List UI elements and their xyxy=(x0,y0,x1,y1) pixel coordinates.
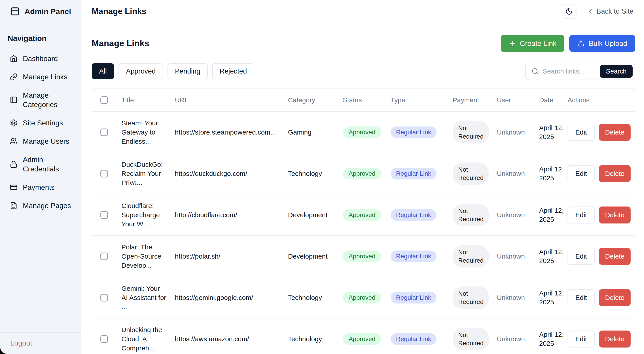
link-type-cell: Regular Link xyxy=(391,194,452,236)
sidebar-item-manage-users[interactable]: Manage Users xyxy=(7,134,75,149)
edit-button[interactable]: Edit xyxy=(568,248,595,265)
sidebar-item-payments[interactable]: Payments xyxy=(7,180,75,195)
status-badge: Approved xyxy=(343,126,381,138)
row-checkbox[interactable] xyxy=(100,128,108,136)
type-badge: Regular Link xyxy=(391,209,436,221)
link-title-cell: DuckDuckGo: Reclaim Your Priva... xyxy=(122,153,175,194)
actions-group: EditDelete xyxy=(568,124,631,141)
link-category-cell: Development xyxy=(288,194,343,236)
edit-button[interactable]: Edit xyxy=(568,124,595,141)
link-url-cell: https://gemini.google.com/ xyxy=(175,277,288,318)
status-badge: Approved xyxy=(343,168,381,179)
row-checkbox[interactable] xyxy=(100,211,108,219)
sidebar-item-label: Dashboard xyxy=(23,54,58,63)
theme-toggle-button[interactable] xyxy=(562,4,576,19)
actions-group: EditDelete xyxy=(568,207,631,224)
row-checkbox-cell xyxy=(92,236,122,277)
table-row: Cloudflare: Supercharge Your W...http://… xyxy=(92,194,635,236)
edit-button[interactable]: Edit xyxy=(568,165,595,182)
filter-approved[interactable]: Approved xyxy=(118,63,163,79)
link-title-cell: Cloudflare: Supercharge Your W... xyxy=(122,194,175,236)
sidebar-item-label: Admin Credentials xyxy=(23,155,72,174)
link-type-cell: Regular Link xyxy=(391,236,452,277)
link-url-cell: https://store.steampowered.com... xyxy=(175,111,288,153)
edit-button[interactable]: Edit xyxy=(568,207,595,224)
actions-group: EditDelete xyxy=(568,248,631,265)
row-checkbox[interactable] xyxy=(100,335,108,343)
sidebar-item-dashboard[interactable]: Dashboard xyxy=(7,51,75,66)
sidebar-item-manage-categories[interactable]: Manage Categories xyxy=(7,88,75,112)
sidebar-item-label: Payments xyxy=(23,183,54,192)
type-badge: Regular Link xyxy=(391,292,436,304)
link-url-cell: https://duckduckgo.com/ xyxy=(175,153,288,194)
lock-icon xyxy=(10,160,18,168)
payment-badge: Not Required xyxy=(452,121,489,143)
link-actions-cell: EditDelete xyxy=(568,111,635,153)
sidebar-item-site-settings[interactable]: Site Settings xyxy=(7,115,75,130)
logout-row: Logout xyxy=(0,332,81,354)
delete-button[interactable]: Delete xyxy=(599,289,631,306)
type-badge: Regular Link xyxy=(391,333,436,345)
status-badge: Approved xyxy=(343,292,381,304)
table-row: DuckDuckGo: Reclaim Your Priva...https:/… xyxy=(92,153,635,194)
link-actions-cell: EditDelete xyxy=(568,153,635,194)
link-date-cell: April 12, 2025 xyxy=(539,111,568,153)
delete-button[interactable]: Delete xyxy=(599,207,631,224)
link-title-cell: Polar: The Open-Source Develop... xyxy=(122,236,175,277)
search-button[interactable]: Search xyxy=(600,65,632,78)
page-title: Manage Links xyxy=(92,7,146,16)
bulk-upload-button[interactable]: Bulk Upload xyxy=(569,35,635,52)
link-type-cell: Regular Link xyxy=(391,277,452,318)
select-all-checkbox[interactable] xyxy=(100,96,108,104)
delete-button[interactable]: Delete xyxy=(599,165,631,182)
type-badge: Regular Link xyxy=(391,168,436,179)
link-status-cell: Approved xyxy=(343,277,391,318)
table-header-row: TitleURLCategoryStatusTypePaymentUserDat… xyxy=(92,89,635,111)
delete-button[interactable]: Delete xyxy=(599,331,631,348)
payment-badge: Not Required xyxy=(452,204,489,226)
column-header-title: Title xyxy=(122,89,175,111)
row-checkbox-cell xyxy=(92,111,122,153)
links-table: TitleURLCategoryStatusTypePaymentUserDat… xyxy=(92,89,635,354)
link-status-cell: Approved xyxy=(343,153,391,194)
head-buttons: Create Link Bulk Upload xyxy=(501,35,635,52)
column-header-type: Type xyxy=(391,89,452,111)
filter-all[interactable]: All xyxy=(92,63,114,79)
link-title-cell: Steam: Your Gateway to Endless... xyxy=(122,111,175,153)
sidebar: Admin Panel Navigation DashboardManage L… xyxy=(0,0,81,354)
app-logo: Admin Panel xyxy=(0,0,81,23)
create-link-label: Create Link xyxy=(520,39,556,48)
sidebar-item-admin-credentials[interactable]: Admin Credentials xyxy=(7,152,75,176)
sidebar-nav: Navigation DashboardManage LinksManage C… xyxy=(0,23,81,332)
payment-badge: Not Required xyxy=(452,245,489,268)
link-user-cell: Unknown xyxy=(497,111,539,153)
row-checkbox[interactable] xyxy=(100,170,108,177)
sidebar-item-manage-links[interactable]: Manage Links xyxy=(7,69,75,84)
payment-badge: Not Required xyxy=(452,287,489,309)
link-type-cell: Regular Link xyxy=(391,318,452,354)
row-checkbox[interactable] xyxy=(100,294,108,302)
link-user-cell: Unknown xyxy=(497,153,539,194)
link-user-cell: Unknown xyxy=(497,236,539,277)
link-url-cell: http://cloudflare.com/ xyxy=(175,194,288,236)
logout-link[interactable]: Logout xyxy=(10,339,32,347)
delete-button[interactable]: Delete xyxy=(599,248,631,265)
link-url-cell: https://polar.sh/ xyxy=(175,236,288,277)
table-row: Steam: Your Gateway to Endless...https:/… xyxy=(92,111,635,153)
actions-group: EditDelete xyxy=(568,331,631,348)
link-status-cell: Approved xyxy=(343,318,391,354)
link-category-cell: Development xyxy=(288,236,343,277)
link-category-cell: Technology xyxy=(288,277,343,318)
row-checkbox[interactable] xyxy=(100,253,108,260)
edit-button[interactable]: Edit xyxy=(568,289,595,306)
filter-rejected[interactable]: Rejected xyxy=(212,63,254,79)
sidebar-item-manage-pages[interactable]: Manage Pages xyxy=(7,198,75,213)
edit-button[interactable]: Edit xyxy=(568,331,595,348)
moon-icon xyxy=(565,7,573,15)
search-input[interactable] xyxy=(543,67,596,75)
create-link-button[interactable]: Create Link xyxy=(501,35,564,52)
back-to-site-link[interactable]: Back to Site xyxy=(587,7,634,15)
link-title-cell: Unlocking the Cloud: A Compreh... xyxy=(122,318,175,354)
delete-button[interactable]: Delete xyxy=(599,124,631,141)
filter-pending[interactable]: Pending xyxy=(168,63,208,79)
